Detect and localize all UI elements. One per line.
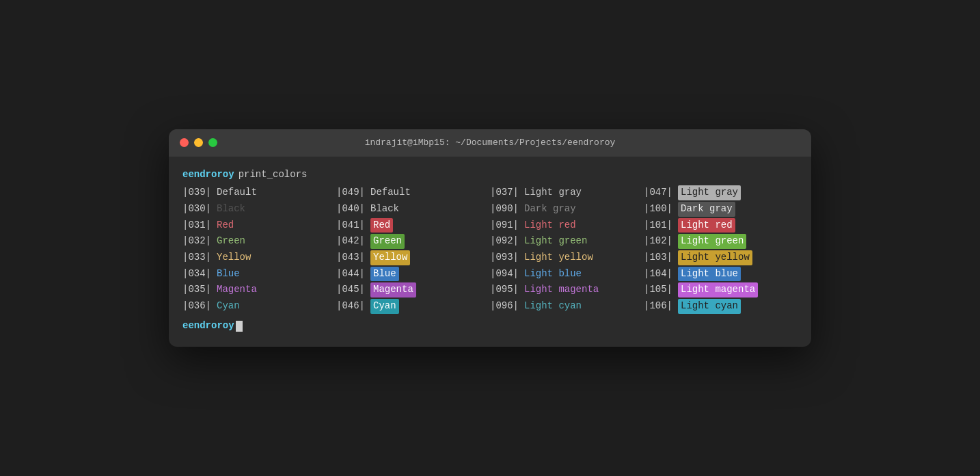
color-label: Magenta bbox=[217, 282, 257, 298]
table-row: |036| Cyan bbox=[182, 298, 336, 315]
color-code: |096| bbox=[490, 299, 524, 314]
table-row: |096| Light cyan bbox=[490, 298, 644, 315]
color-code: |035| bbox=[182, 282, 217, 298]
color-label: Light green bbox=[678, 234, 746, 249]
table-row: |092| Light green bbox=[490, 233, 644, 250]
color-label: Blue bbox=[217, 267, 240, 282]
column-fg-bright: |037| Light gray |090| Dark gray |091| L… bbox=[490, 185, 644, 315]
column-bg-bright: |047| Light gray |100| Dark gray |101| L… bbox=[644, 185, 798, 315]
color-label: Light gray bbox=[678, 185, 741, 200]
table-row: |103| Light yellow bbox=[644, 250, 798, 266]
table-row: |033| Yellow bbox=[182, 250, 336, 266]
table-row: |104| Light blue bbox=[644, 266, 798, 282]
table-row: |042| Green bbox=[336, 233, 490, 250]
prompt-directory: eendroroy bbox=[182, 168, 234, 183]
command-line: eendroroy print_colors bbox=[182, 168, 798, 183]
table-row: |093| Light yellow bbox=[490, 250, 644, 266]
table-row: |032| Green bbox=[182, 233, 336, 250]
color-label: Light cyan bbox=[524, 299, 582, 314]
terminal-body[interactable]: eendroroy print_colors |039| Default |03… bbox=[169, 157, 811, 347]
color-label: Default bbox=[370, 185, 411, 200]
color-label: Default bbox=[217, 185, 257, 200]
color-label: Light yellow bbox=[678, 250, 752, 265]
color-label: Light gray bbox=[524, 185, 582, 200]
color-label: Cyan bbox=[370, 299, 399, 314]
color-label: Cyan bbox=[217, 299, 240, 314]
bottom-prompt-directory: eendroroy bbox=[182, 319, 234, 334]
table-row: |037| Light gray bbox=[490, 185, 644, 201]
color-label: Light magenta bbox=[524, 282, 599, 298]
color-code: |037| bbox=[490, 185, 524, 200]
color-label: Red bbox=[370, 218, 393, 233]
color-code: |092| bbox=[490, 234, 524, 249]
column-bg-standard: |049| Default |040| Black |041| Red |042… bbox=[336, 185, 490, 315]
table-row: |090| Dark gray bbox=[490, 201, 644, 217]
color-code: |043| bbox=[336, 250, 370, 265]
color-label: Black bbox=[370, 202, 399, 217]
color-label: Blue bbox=[370, 267, 399, 282]
color-label: Dark gray bbox=[678, 202, 735, 217]
table-row: |043| Yellow bbox=[336, 250, 490, 266]
color-label: Black bbox=[217, 202, 245, 217]
table-row: |094| Light blue bbox=[490, 266, 644, 282]
prompt-command: print_colors bbox=[239, 168, 308, 183]
table-row: |049| Default bbox=[336, 185, 490, 201]
close-button[interactable] bbox=[180, 138, 189, 147]
maximize-button[interactable] bbox=[208, 138, 217, 147]
table-row: |039| Default bbox=[182, 185, 336, 201]
color-label: Light green bbox=[524, 234, 587, 249]
color-code: |044| bbox=[336, 267, 370, 282]
color-code: |041| bbox=[336, 218, 370, 233]
color-code: |105| bbox=[644, 282, 678, 298]
color-label: Light yellow bbox=[524, 250, 593, 265]
color-label: Red bbox=[217, 218, 234, 233]
cursor-block bbox=[236, 321, 243, 332]
table-row: |105| Light magenta bbox=[644, 282, 798, 298]
table-row: |031| Red bbox=[182, 217, 336, 234]
color-code: |040| bbox=[336, 202, 370, 217]
color-code: |031| bbox=[182, 218, 217, 233]
color-label: Light blue bbox=[678, 267, 741, 282]
color-code: |104| bbox=[644, 267, 678, 282]
column-fg-standard: |039| Default |030| Black |031| Red |032… bbox=[182, 185, 336, 315]
window-title: indrajit@iMbp15: ~/Documents/Projects/ee… bbox=[365, 137, 616, 148]
color-code: |094| bbox=[490, 267, 524, 282]
table-row: |041| Red bbox=[336, 217, 490, 234]
color-code: |039| bbox=[182, 185, 217, 200]
color-label: Magenta bbox=[370, 282, 416, 298]
color-code: |032| bbox=[182, 234, 217, 249]
table-row: |091| Light red bbox=[490, 217, 644, 234]
table-row: |045| Magenta bbox=[336, 282, 490, 298]
color-label: Green bbox=[370, 234, 405, 249]
color-code: |091| bbox=[490, 218, 524, 233]
table-row: |047| Light gray bbox=[644, 185, 798, 201]
color-code: |049| bbox=[336, 185, 370, 200]
table-row: |044| Blue bbox=[336, 266, 490, 282]
table-row: |102| Light green bbox=[644, 233, 798, 250]
color-code: |093| bbox=[490, 250, 524, 265]
minimize-button[interactable] bbox=[194, 138, 203, 147]
color-label: Light red bbox=[678, 218, 735, 233]
color-code: |090| bbox=[490, 202, 524, 217]
color-label: Dark gray bbox=[524, 202, 576, 217]
color-code: |103| bbox=[644, 250, 678, 265]
color-label: Light blue bbox=[524, 267, 582, 282]
color-label: Green bbox=[217, 234, 245, 249]
color-code: |106| bbox=[644, 299, 678, 314]
color-code: |030| bbox=[182, 202, 217, 217]
color-code: |047| bbox=[644, 185, 678, 200]
color-label: Light red bbox=[524, 218, 576, 233]
color-code: |100| bbox=[644, 202, 678, 217]
table-row: |101| Light red bbox=[644, 217, 798, 234]
color-table: |039| Default |030| Black |031| Red |032… bbox=[182, 185, 798, 315]
color-code: |034| bbox=[182, 267, 217, 282]
table-row: |030| Black bbox=[182, 201, 336, 217]
table-row: |106| Light cyan bbox=[644, 298, 798, 315]
table-row: |046| Cyan bbox=[336, 298, 490, 315]
color-label: Light cyan bbox=[678, 299, 741, 314]
color-label: Light magenta bbox=[678, 282, 758, 298]
color-label: Yellow bbox=[217, 250, 251, 265]
color-label: Yellow bbox=[370, 250, 410, 265]
color-code: |102| bbox=[644, 234, 678, 249]
bottom-prompt-line: eendroroy bbox=[182, 319, 798, 334]
